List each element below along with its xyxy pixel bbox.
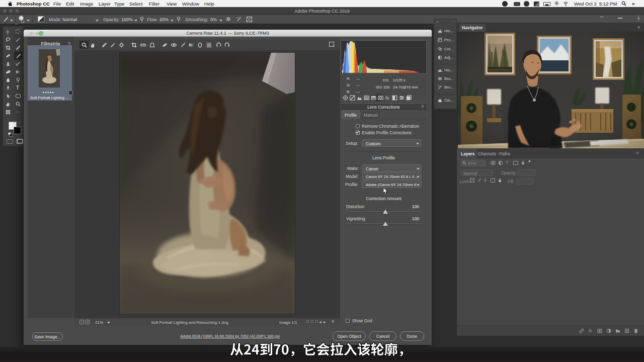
svg-text:fx: fx [385, 96, 389, 101]
